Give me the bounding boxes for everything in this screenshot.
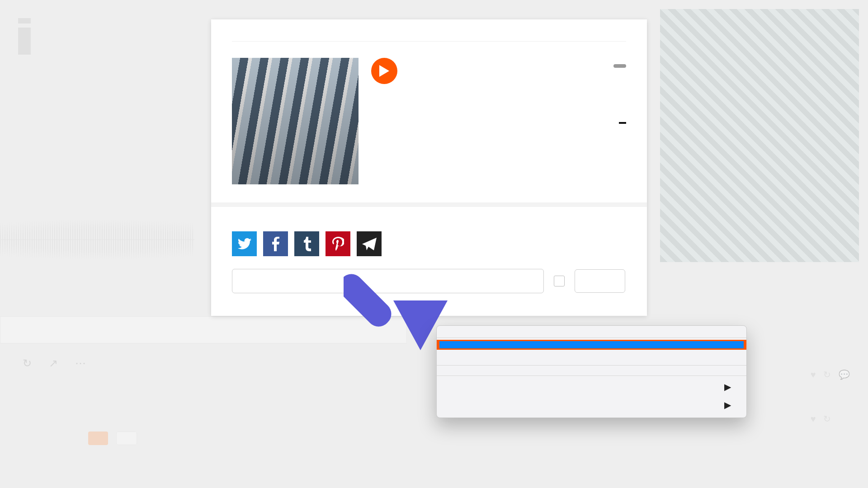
track-duration bbox=[619, 122, 626, 124]
track-tag[interactable] bbox=[613, 64, 626, 68]
ctx-services[interactable]: ▶ bbox=[437, 396, 746, 414]
facebook-icon[interactable] bbox=[263, 231, 288, 256]
twitter-icon[interactable] bbox=[232, 231, 257, 256]
ctx-goto[interactable] bbox=[437, 350, 746, 357]
hero-artwork bbox=[660, 9, 859, 262]
message-icon[interactable] bbox=[357, 231, 382, 256]
svg-marker-0 bbox=[379, 65, 389, 77]
ctx-inspect[interactable] bbox=[437, 367, 746, 376]
create-account-button[interactable] bbox=[88, 432, 108, 445]
context-menu: ▶ ▶ bbox=[436, 325, 747, 418]
play-button[interactable] bbox=[371, 58, 397, 84]
start-at-input[interactable] bbox=[575, 269, 625, 293]
pinterest-icon[interactable] bbox=[326, 231, 350, 256]
waveform[interactable] bbox=[371, 99, 626, 149]
comment-input[interactable] bbox=[0, 316, 407, 343]
more-button[interactable]: ⋯ bbox=[75, 357, 90, 370]
repost-button[interactable]: ↻ bbox=[23, 357, 35, 370]
share-dialog bbox=[211, 19, 647, 316]
ctx-print[interactable] bbox=[437, 357, 746, 366]
bg-track-title bbox=[18, 28, 31, 55]
share-url-input[interactable] bbox=[232, 269, 544, 293]
track-artwork bbox=[232, 58, 359, 184]
sign-in-button[interactable] bbox=[116, 432, 137, 445]
ctx-copy[interactable] bbox=[437, 340, 746, 350]
bg-artist-label bbox=[18, 18, 31, 23]
tumblr-icon[interactable] bbox=[294, 231, 319, 256]
start-at-checkbox[interactable] bbox=[554, 276, 565, 286]
related-tracks: ♥ ↻ 💬 ♥ ↻ bbox=[811, 366, 850, 425]
track-toolbar: ↻ ↗ ⋯ bbox=[23, 357, 90, 370]
share-button[interactable]: ↗ bbox=[49, 357, 61, 370]
ctx-lookup[interactable] bbox=[437, 329, 746, 338]
ctx-speech[interactable]: ▶ bbox=[437, 378, 746, 396]
bg-waveform bbox=[0, 212, 194, 267]
